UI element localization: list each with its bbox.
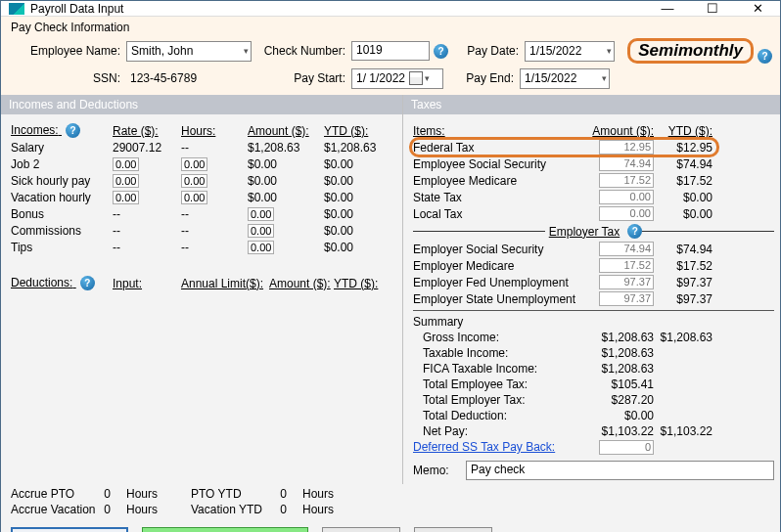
income-row: Commissions----0.00$0.00 bbox=[11, 222, 392, 239]
ssn-label: SSN: bbox=[9, 71, 126, 85]
income-row: Salary29007.12--$1,208.63$1,208.63 bbox=[11, 139, 392, 155]
employee-name-label: Employee Name: bbox=[9, 44, 126, 58]
tax-row: Federal Tax12.95$12.95 bbox=[413, 139, 774, 155]
incomes-deductions-header: Incomes and Deductions bbox=[1, 95, 402, 114]
calendar-icon bbox=[409, 71, 423, 85]
app-icon bbox=[9, 3, 24, 15]
pay-end-combo[interactable]: 1/15/2022▾ bbox=[520, 68, 610, 89]
maximize-button[interactable]: ☐ bbox=[690, 1, 735, 16]
memo-input[interactable]: Pay check bbox=[466, 461, 774, 480]
pay-period-box: Semimonthly bbox=[627, 38, 754, 64]
chevron-down-icon: ▾ bbox=[425, 73, 430, 83]
close-window-button[interactable]: ✕ bbox=[735, 1, 780, 16]
income-row: Bonus----0.00$0.00 bbox=[11, 205, 392, 222]
hours-input[interactable]: 0.00 bbox=[181, 174, 207, 188]
window-title: Payroll Data Input bbox=[30, 2, 645, 16]
rate-input[interactable]: 0.00 bbox=[113, 191, 139, 204]
pay-start-label: Pay Start: bbox=[252, 71, 351, 85]
tax-row: Employee Social Security74.94$74.94 bbox=[413, 155, 774, 172]
check-number-input[interactable]: 1019 bbox=[351, 41, 430, 61]
pay-date-label: Pay Date: bbox=[448, 44, 525, 58]
tax-row: Employee Medicare17.52$17.52 bbox=[413, 172, 774, 189]
summary-row: FICA Taxable Income:$1,208.63 bbox=[413, 361, 774, 377]
summary-row: Taxable Income:$1,208.63 bbox=[413, 345, 774, 361]
paycheck-info-title: Pay Check Information bbox=[11, 21, 772, 34]
accrue-pto-label: Accrue PTO bbox=[11, 487, 97, 501]
chevron-down-icon: ▾ bbox=[244, 46, 249, 56]
help-icon[interactable]: ? bbox=[434, 44, 448, 59]
deferred-ss-link[interactable]: Deferred SS Tax Pay Back: bbox=[413, 440, 589, 454]
income-row: Sick hourly pay0.000.00$0.00$0.00 bbox=[11, 172, 392, 189]
close-button[interactable]: Close bbox=[322, 527, 400, 532]
tax-row: Employer Medicare17.52$17.52 bbox=[413, 257, 774, 274]
tax-row: Employer State Unemployment97.37$97.37 bbox=[413, 290, 774, 307]
summary-row: Gross Income:$1,208.63$1,208.63 bbox=[413, 330, 774, 345]
titlebar: Payroll Data Input — ☐ ✕ bbox=[1, 1, 780, 17]
tax-row: State Tax0.00$0.00 bbox=[413, 189, 774, 205]
summary-title: Summary bbox=[413, 315, 589, 329]
help-icon[interactable]: ? bbox=[627, 224, 642, 239]
chevron-down-icon: ▾ bbox=[607, 46, 612, 56]
pay-end-label: Pay End: bbox=[443, 71, 520, 85]
tax-row: Employer Social Security74.94$74.94 bbox=[413, 241, 774, 257]
summary-row: Net Pay:$1,103.22$1,103.22 bbox=[413, 423, 774, 439]
income-row: Tips----0.00$0.00 bbox=[11, 239, 392, 255]
rate-input[interactable]: 0.00 bbox=[113, 157, 139, 171]
help-icon[interactable]: ? bbox=[66, 123, 80, 138]
amount-input[interactable]: 0.00 bbox=[248, 241, 274, 254]
minimize-button[interactable]: — bbox=[645, 1, 690, 16]
amount-input[interactable]: 0.00 bbox=[248, 224, 274, 238]
summary-row: Total Employer Tax:$287.20 bbox=[413, 392, 774, 408]
help-icon[interactable]: ? bbox=[758, 49, 772, 64]
calculate-check-button[interactable]: Calculate Check bbox=[11, 527, 128, 532]
hours-input[interactable]: 0.00 bbox=[181, 157, 207, 171]
memo-label: Memo: bbox=[413, 464, 466, 477]
taxes-header: Taxes bbox=[403, 95, 780, 114]
save-check-button[interactable]: Save Check bbox=[142, 527, 308, 532]
payroll-window: Payroll Data Input — ☐ ✕ Pay Check Infor… bbox=[0, 0, 781, 532]
help-button[interactable]: Help bbox=[414, 527, 492, 532]
paycheck-info-section: Pay Check Information Employee Name: Smi… bbox=[1, 17, 780, 95]
pay-start-date[interactable]: 1/ 1/2022 ▾ bbox=[351, 68, 443, 89]
summary-row: Total Employee Tax:$105.41 bbox=[413, 377, 774, 392]
chevron-down-icon: ▾ bbox=[602, 73, 607, 83]
summary-row: Total Deduction:$0.00 bbox=[413, 408, 774, 423]
tax-row: Local Tax0.00$0.00 bbox=[413, 205, 774, 222]
help-icon[interactable]: ? bbox=[80, 276, 95, 290]
rate-input[interactable]: 0.00 bbox=[113, 174, 139, 188]
employee-name-combo[interactable]: Smith, John▾ bbox=[126, 41, 252, 62]
tax-row: Employer Fed Unemployment97.37$97.37 bbox=[413, 274, 774, 290]
income-row: Vacation hourly0.000.00$0.00$0.00 bbox=[11, 189, 392, 205]
pay-date-combo[interactable]: 1/15/2022▾ bbox=[525, 41, 615, 62]
ssn-value: 123-45-6789 bbox=[126, 71, 252, 85]
hours-input[interactable]: 0.00 bbox=[181, 191, 207, 204]
income-row: Job 20.000.00$0.00$0.00 bbox=[11, 155, 392, 172]
check-number-label: Check Number: bbox=[252, 44, 351, 58]
employer-tax-label: Employer Tax bbox=[545, 225, 623, 239]
amount-input[interactable]: 0.00 bbox=[248, 207, 274, 221]
accrue-vacation-label: Accrue Vacation bbox=[11, 503, 97, 516]
